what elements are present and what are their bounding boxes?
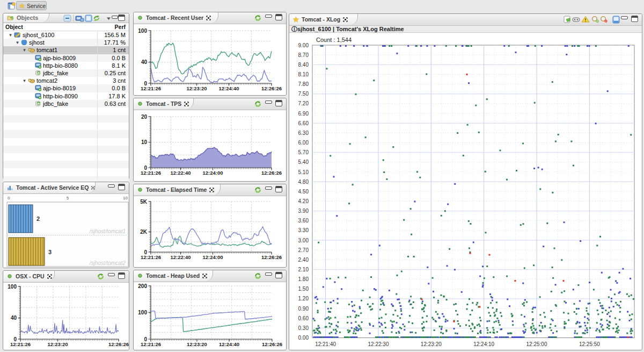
svg-text:12:22:40: 12:22:40 [170, 254, 191, 260]
svg-text:5: 5 [67, 196, 69, 200]
svg-text:12:24:10: 12:24:10 [473, 341, 494, 347]
svg-text:0.00: 0.00 [298, 335, 309, 341]
svg-text:5.70: 5.70 [298, 149, 309, 155]
svg-text:1.50: 1.50 [298, 286, 309, 292]
svg-text:12:25:50: 12:25:50 [579, 341, 600, 347]
svg-text:20: 20 [141, 114, 148, 120]
svg-text:3.00: 3.00 [298, 238, 309, 243]
svg-text:12:21:26: 12:21:26 [141, 254, 161, 260]
svg-text:7.50: 7.50 [298, 91, 309, 97]
svg-text:4.20: 4.20 [298, 198, 309, 204]
svg-text:12:22:30: 12:22:30 [368, 341, 389, 347]
svg-text:12:21:26: 12:21:26 [141, 170, 161, 176]
svg-text:10: 10 [123, 196, 128, 200]
svg-text:40: 40 [141, 59, 148, 65]
svg-text:12:24:00: 12:24:00 [202, 254, 223, 260]
svg-text:5.40: 5.40 [298, 159, 309, 165]
svg-text:12:26:26: 12:26:26 [261, 254, 282, 260]
svg-text:7.80: 7.80 [298, 81, 309, 87]
svg-text:12:24:00: 12:24:00 [202, 170, 223, 176]
svg-text:6.30: 6.30 [298, 130, 309, 136]
svg-text:12:22:40: 12:22:40 [170, 170, 191, 176]
svg-text:3.90: 3.90 [298, 208, 309, 214]
svg-text:6.90: 6.90 [298, 111, 309, 117]
svg-text:12:26:26: 12:26:26 [261, 170, 282, 176]
svg-text:10: 10 [141, 139, 148, 145]
svg-text:12:23:20: 12:23:20 [187, 341, 207, 347]
svg-text:1.20: 1.20 [298, 296, 309, 301]
svg-text:6.00: 6.00 [298, 140, 309, 146]
svg-text:3: 3 [48, 249, 52, 255]
svg-text:12:23:20: 12:23:20 [186, 85, 207, 91]
svg-text:6.60: 6.60 [298, 120, 309, 126]
svg-text:/sjhost/tomcat2: /sjhost/tomcat2 [89, 260, 126, 266]
svg-text:12:25:00: 12:25:00 [526, 341, 547, 347]
svg-text:8.10: 8.10 [298, 71, 309, 77]
svg-text:12:24:40: 12:24:40 [218, 85, 239, 91]
svg-text:3.60: 3.60 [298, 218, 309, 224]
svg-text:12:26:26: 12:26:26 [262, 341, 282, 347]
svg-text:Count : 1,544: Count : 1,544 [316, 37, 352, 43]
svg-text:12:26:26: 12:26:26 [261, 85, 282, 91]
svg-text:3.30: 3.30 [298, 227, 309, 233]
svg-text:12:23:20: 12:23:20 [47, 341, 68, 347]
svg-text:200: 200 [138, 283, 147, 289]
svg-text:4.50: 4.50 [298, 189, 309, 195]
svg-text:1.80: 1.80 [298, 276, 309, 282]
svg-text:2.70: 2.70 [298, 247, 309, 253]
svg-text:100: 100 [138, 310, 147, 315]
svg-text:0.90: 0.90 [298, 306, 309, 312]
svg-text:40: 40 [11, 315, 17, 321]
svg-text:2.40: 2.40 [298, 257, 309, 263]
svg-text:12:23:20: 12:23:20 [421, 341, 442, 347]
svg-text:12:21:26: 12:21:26 [141, 341, 161, 347]
svg-text:0.60: 0.60 [298, 315, 309, 321]
svg-text:12:21:26: 12:21:26 [10, 341, 31, 347]
svg-text:2K: 2K [140, 229, 148, 235]
svg-text:5.10: 5.10 [298, 169, 309, 175]
svg-text:8.40: 8.40 [298, 62, 309, 68]
svg-text:9.00: 9.00 [298, 42, 309, 48]
svg-text:12:21:40: 12:21:40 [315, 341, 336, 347]
svg-text:100: 100 [138, 28, 147, 34]
svg-text:0.30: 0.30 [298, 325, 309, 331]
svg-text:5K: 5K [140, 199, 148, 205]
svg-text:4.80: 4.80 [298, 179, 309, 185]
svg-text:12:21:26: 12:21:26 [141, 85, 161, 91]
svg-text:12:24:40: 12:24:40 [219, 341, 239, 347]
svg-text:7.20: 7.20 [298, 100, 309, 106]
svg-text:8.70: 8.70 [298, 52, 309, 58]
svg-text:0: 0 [8, 196, 10, 200]
svg-text:100: 100 [8, 284, 17, 290]
svg-text:12:26:26: 12:26:26 [108, 341, 129, 347]
svg-text:2: 2 [36, 215, 40, 222]
svg-text:/sjhost/tomcat1: /sjhost/tomcat1 [89, 228, 126, 234]
svg-text:2.10: 2.10 [298, 267, 309, 272]
